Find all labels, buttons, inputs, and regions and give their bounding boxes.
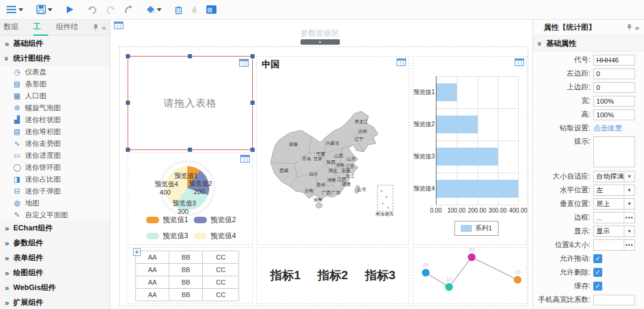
sidebar-section-header[interactable]: »参数组件 xyxy=(0,236,110,251)
sidebar-section-header[interactable]: »统计图组件 xyxy=(0,51,110,66)
checkbox-checked-icon[interactable]: ✓ xyxy=(593,282,602,291)
table-cell[interactable]: CC xyxy=(203,289,239,301)
table-cell[interactable]: CC xyxy=(203,264,239,276)
table-placeholder-widget[interactable]: 请拖入表格 xyxy=(128,56,253,150)
resize-handle[interactable] xyxy=(126,54,130,58)
table-cell[interactable]: AA xyxy=(136,289,169,301)
table-cell[interactable]: BB xyxy=(169,289,203,301)
save-icon[interactable] xyxy=(36,5,52,14)
sidebar-item-迷你占比图[interactable]: ◨迷你占比图 xyxy=(0,173,110,185)
chevron-down-icon[interactable]: ▼ xyxy=(624,171,634,182)
property-input[interactable] xyxy=(593,295,635,305)
sidebar-item-地图[interactable]: ◍地图 xyxy=(0,197,110,209)
property-select[interactable]: 自动撑满▼ xyxy=(593,171,635,182)
property-select[interactable]: 左▼ xyxy=(593,185,635,196)
run-icon[interactable] xyxy=(66,5,74,14)
sidebar-item-迷你走势图[interactable]: ∿迷你走势图 xyxy=(0,138,110,149)
widget-config-icon[interactable] xyxy=(239,59,249,67)
map-widget[interactable]: 中国 xyxy=(256,56,409,245)
sidebar-section-header[interactable]: »WebGis组件 xyxy=(0,280,110,295)
legend-item[interactable]: 预览值2 xyxy=(194,215,242,225)
tab-structure[interactable]: 组件结构 xyxy=(56,20,85,36)
sidebar-item-迷你子弹图[interactable]: ⊟迷你子弹图 xyxy=(0,185,110,197)
property-input[interactable] xyxy=(593,96,635,107)
resize-handle[interactable] xyxy=(250,101,255,105)
property-select[interactable]: 居上▼ xyxy=(593,198,635,210)
data-table-widget[interactable]: + AABBCCAABBCCAABBCCAABBCC xyxy=(128,247,253,304)
trash-icon[interactable] xyxy=(175,5,182,14)
sidebar-item-迷你柱状图[interactable]: ▟迷你柱状图 xyxy=(0,114,110,126)
pin-icon[interactable] xyxy=(93,24,98,31)
collapse-left-icon[interactable]: « xyxy=(102,23,106,32)
pie-chart-widget[interactable]: 预览值1预览值2200预览值3300预览值4400 预览值1预览值2预览值3预览… xyxy=(128,152,253,245)
table-cell[interactable]: CC xyxy=(203,251,239,264)
property-select[interactable]: 显示▼ xyxy=(593,226,635,237)
legend-item[interactable]: 预览值3 xyxy=(146,231,194,241)
basic-props-section-header[interactable]: » 基础属性 xyxy=(533,36,644,52)
pin-icon[interactable] xyxy=(627,24,632,31)
sidebar-item-人口图[interactable]: ▦人口图 xyxy=(0,90,110,102)
tab-tools[interactable]: 工具 xyxy=(33,20,48,36)
table-cell[interactable]: AA xyxy=(136,251,169,264)
property-input[interactable] xyxy=(593,68,635,79)
flame-icon[interactable] xyxy=(191,5,198,14)
resize-handle[interactable] xyxy=(250,148,255,152)
table-cell[interactable]: AA xyxy=(136,264,169,276)
chevron-down-icon[interactable]: ▼ xyxy=(624,185,634,195)
sidebar-item-迷你进度图[interactable]: ▭迷你进度图 xyxy=(0,149,110,161)
chevron-down-icon[interactable]: ▼ xyxy=(624,199,634,209)
undo-icon[interactable] xyxy=(87,5,97,14)
property-ellipsis[interactable]: ••• xyxy=(593,239,635,251)
sidebar-section-header[interactable]: »扩展组件 xyxy=(0,295,110,309)
resize-handle[interactable] xyxy=(126,148,130,152)
more-options-icon[interactable]: ••• xyxy=(624,213,634,223)
legend-item[interactable]: 预览值4 xyxy=(194,231,242,241)
checkbox-checked-icon[interactable]: ✓ xyxy=(593,268,602,277)
tab-datasource[interactable]: 数据源 xyxy=(4,20,26,36)
sidebar-section-header[interactable]: »EChart组件 xyxy=(0,221,110,236)
resize-handle[interactable] xyxy=(250,54,255,58)
table-cell[interactable]: AA xyxy=(136,276,169,289)
checkbox-checked-icon[interactable]: ✓ xyxy=(593,254,602,263)
collapse-right-icon[interactable]: » xyxy=(635,23,639,32)
property-input[interactable] xyxy=(593,110,635,120)
menu-icon[interactable] xyxy=(6,5,23,14)
widget-config-icon[interactable] xyxy=(515,58,524,66)
design-canvas[interactable]: 参数面板区 ▴ 请拖入表格 预览值1预览值2200预览值3300预览值4400 … xyxy=(110,20,530,309)
sidebar-item-仪表盘[interactable]: ◷仪表盘 xyxy=(0,66,110,78)
widget-config-icon[interactable] xyxy=(397,58,406,66)
param-panel-collapse-handle[interactable]: ▴ xyxy=(301,39,340,45)
line-chart-widget[interactable]: 20103020 xyxy=(413,247,527,304)
table-cell[interactable]: BB xyxy=(169,264,203,276)
sidebar-item-条形图[interactable]: ▤条形图 xyxy=(0,78,110,90)
sidebar-section-header[interactable]: »表单组件 xyxy=(0,251,110,266)
widget-config-icon[interactable] xyxy=(240,155,250,163)
sidebar-item-螺旋气泡图[interactable]: ⊛螺旋气泡图 xyxy=(0,102,110,114)
property-input[interactable] xyxy=(593,82,635,93)
resize-handle[interactable] xyxy=(126,101,130,105)
sidebar-section-header[interactable]: »绘图组件 xyxy=(0,266,110,280)
legend-item[interactable]: 预览值1 xyxy=(146,215,194,225)
metrics-widget[interactable]: 指标1指标2指标3 xyxy=(256,247,409,304)
resize-handle[interactable] xyxy=(188,54,192,58)
sidebar-item-迷你饼环图[interactable]: ◯迷你饼环图 xyxy=(0,161,110,173)
sidebar-item-自定义平面图[interactable]: ✎自定义平面图 xyxy=(0,209,110,221)
fill-icon[interactable] xyxy=(146,5,162,14)
table-cell[interactable]: BB xyxy=(169,251,203,264)
table-cell[interactable]: CC xyxy=(203,276,239,289)
export-icon[interactable] xyxy=(124,5,133,14)
property-textarea[interactable] xyxy=(593,136,635,167)
redo-icon[interactable] xyxy=(106,5,116,14)
panel-layout-icon[interactable] xyxy=(206,5,216,14)
bar-chart-widget[interactable]: 预览值1预览值2预览值3预览值4 0.00100.00200.00300.004… xyxy=(413,56,527,245)
property-ellipsis[interactable]: ...••• xyxy=(593,212,635,223)
table-cell[interactable]: BB xyxy=(169,276,203,289)
drill-settings-link[interactable]: 点击这里 xyxy=(593,123,622,133)
chevron-down-icon[interactable]: ▼ xyxy=(624,226,634,236)
resize-handle[interactable] xyxy=(188,148,192,152)
sidebar-section-header[interactable]: »基础组件 xyxy=(0,36,110,51)
dashboard-tab-icon[interactable] xyxy=(114,21,123,29)
more-options-icon[interactable]: ••• xyxy=(624,240,634,250)
property-input[interactable] xyxy=(593,55,635,65)
sidebar-item-迷你堆积图[interactable]: ▤迷你堆积图 xyxy=(0,126,110,138)
